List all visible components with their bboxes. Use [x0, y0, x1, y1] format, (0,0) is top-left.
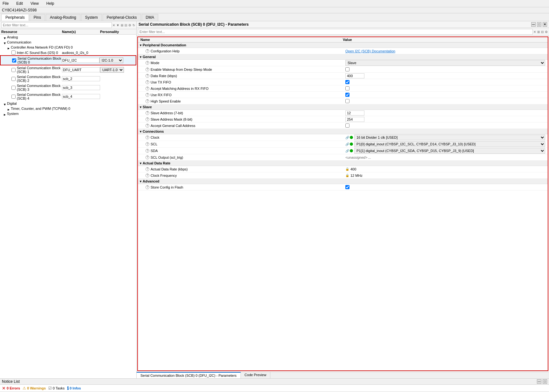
sda-link-icon[interactable]: 🔗 [345, 149, 349, 153]
store-config-help-icon[interactable]: ? [146, 185, 149, 189]
right-filter-settings-icon[interactable]: ⚙ [545, 30, 548, 34]
scl-link-icon[interactable]: 🔗 [345, 143, 349, 146]
rx-fifo-help-icon[interactable]: ? [146, 93, 149, 97]
item-scb4[interactable]: Serial Communication Block (SCB) 4 scb_4 [0, 92, 136, 101]
slave-addr-7-input[interactable] [345, 110, 364, 116]
scb0-checkbox[interactable] [12, 58, 16, 63]
item-i2s[interactable]: Inter-IC Sound Bus (I2S) 0 audioss_0_i2s… [0, 50, 136, 55]
slave-addr-mask-help-icon[interactable]: ? [146, 117, 149, 121]
clock-select[interactable]: 16 bit Divider 1 clk [USED] [354, 135, 545, 140]
digital-toggle-icon[interactable] [4, 102, 6, 105]
high-speed-help-icon[interactable]: ? [146, 99, 149, 103]
rx-fifo-checkbox[interactable] [345, 93, 349, 97]
mode-select[interactable]: Slave Master [345, 60, 545, 66]
tab-analog-routing[interactable]: Analog-Routing [46, 14, 80, 21]
scb1-checkbox[interactable] [11, 68, 16, 72]
item-scb1[interactable]: Serial Communication Block (SCB) 1 DFU_U… [0, 65, 136, 74]
accept-matching-help-icon[interactable]: ? [146, 87, 149, 90]
right-filter-collapse-icon[interactable]: ⊟ [541, 30, 544, 34]
item-scb2[interactable]: Serial Communication Block (SCB) 2 scb_2 [0, 74, 136, 83]
group-communication[interactable]: Communication [0, 40, 136, 45]
store-config-checkbox[interactable] [345, 185, 349, 189]
scb1-personality-select[interactable]: UART-1.0 [100, 67, 124, 73]
scb2-checkbox[interactable] [11, 77, 16, 81]
right-filter-clear-icon[interactable]: ✕ [533, 30, 536, 34]
section-peripheral-docs[interactable]: ▾ Peripheral Documentation [138, 43, 548, 48]
right-filter-expand-icon[interactable]: ⊞ [537, 30, 540, 34]
sda-help-icon[interactable]: ? [146, 149, 149, 153]
analog-toggle-icon[interactable] [4, 36, 6, 38]
bottom-tab-code-preview[interactable]: Code Preview [241, 372, 270, 378]
system-toggle-icon[interactable] [4, 112, 6, 115]
menu-view[interactable]: View [29, 1, 40, 6]
mode-help-icon[interactable]: ? [146, 61, 149, 65]
tcpwm-toggle-icon[interactable] [8, 107, 10, 110]
menu-edit[interactable]: Edit [15, 1, 24, 6]
canfd-toggle-icon[interactable] [8, 46, 10, 49]
actual-data-rate-help-icon[interactable]: ? [146, 167, 149, 171]
data-rate-input[interactable] [345, 73, 364, 78]
tab-peripherals[interactable]: Peripherals [1, 14, 29, 21]
i2s-checkbox[interactable] [11, 50, 16, 55]
right-filter-input[interactable] [138, 29, 533, 35]
clock-help-icon[interactable]: ? [146, 136, 149, 139]
menu-help[interactable]: Help [45, 1, 56, 6]
minimize-icon[interactable]: — [531, 22, 536, 27]
config-help-help-icon[interactable]: ? [146, 49, 149, 53]
tab-pins[interactable]: Pins [30, 14, 45, 21]
notice-maximize-icon[interactable]: □ [543, 379, 547, 384]
wakeup-checkbox[interactable] [345, 67, 349, 71]
scl-output-ellipsis[interactable]: ... [368, 156, 371, 159]
item-scb0[interactable]: Serial Communication Block (SCB) 0 DFU_I… [0, 55, 136, 65]
scb3-checkbox[interactable] [11, 86, 16, 90]
group-digital[interactable]: Digital [0, 101, 136, 106]
clock-link-icon[interactable]: 🔗 [345, 136, 349, 139]
collapse-all-icon[interactable]: ⊟ [125, 23, 127, 27]
group-canfd[interactable]: Controller Area Network FD (CAN FD) 0 [0, 45, 136, 50]
tx-fifo-help-icon[interactable]: ? [146, 80, 149, 84]
data-rate-help-icon[interactable]: ? [146, 74, 149, 78]
bottom-tab-params[interactable]: Serial Communication Block (SCB) 0 (DFU_… [137, 372, 241, 378]
left-filter-input[interactable] [1, 22, 112, 28]
clock-freq-help-icon[interactable]: ? [146, 174, 149, 177]
section-connections[interactable]: ▾ Connections [138, 129, 548, 134]
tab-system[interactable]: System [81, 14, 102, 21]
high-speed-checkbox[interactable] [345, 99, 349, 103]
wakeup-help-icon[interactable]: ? [146, 68, 149, 71]
group-system[interactable]: System [0, 111, 136, 116]
section-general[interactable]: ▾ General [138, 54, 548, 60]
communication-toggle-icon[interactable] [4, 41, 6, 43]
scb0-personality-select[interactable]: I2C-1.0 SPI-1.0 UART-1.0 [99, 57, 123, 63]
group-tcpwm[interactable]: Timer, Counter, and PWM (TCPWM) 0 [0, 106, 136, 111]
info-icon: ℹ [67, 386, 69, 391]
section-advanced[interactable]: ▾ Advanced [138, 179, 548, 184]
filter-options-icon[interactable]: ▼ [116, 23, 119, 27]
section-actual-data-rate[interactable]: ▾ Actual Data Rate [138, 161, 548, 166]
scl-help-icon[interactable]: ? [146, 142, 149, 146]
general-call-help-icon[interactable]: ? [146, 124, 149, 128]
notice-minimize-icon[interactable]: — [537, 379, 541, 384]
general-call-checkbox[interactable] [345, 123, 349, 128]
settings-icon[interactable]: ⚙ [128, 23, 131, 27]
menu-file[interactable]: File [1, 1, 10, 6]
accept-matching-checkbox[interactable] [345, 86, 349, 90]
filter-clear-icon[interactable]: ✕ [112, 23, 115, 27]
scl-select[interactable]: P1[0] digital_inout (CYBSP_I2C_SCL, CYBS… [354, 141, 545, 147]
refresh-icon[interactable]: ↻ [132, 23, 135, 27]
close-icon[interactable]: ✕ [543, 22, 547, 27]
slave-addr-mask-input[interactable] [345, 117, 364, 122]
scb4-checkbox[interactable] [11, 95, 16, 99]
slave-addr-7-help-icon[interactable]: ? [146, 111, 149, 115]
param-enable-wakeup: ? Enable Wakeup from Deep Sleep Mode [138, 66, 548, 73]
tab-dma[interactable]: DMA [142, 14, 159, 21]
expand-all-icon[interactable]: ⊞ [121, 23, 123, 27]
sda-select[interactable]: P1[1] digital_inout (CYBSP_I2C_SDA, CYBS… [354, 148, 545, 154]
scl-output-help-icon[interactable]: ? [146, 156, 149, 159]
open-i2c-docs-link[interactable]: Open I2C (SCB) Documentation [345, 49, 395, 53]
maximize-icon[interactable]: □ [537, 22, 541, 27]
tab-peripheral-clocks[interactable]: Peripheral-Clocks [103, 14, 141, 21]
tx-fifo-checkbox[interactable] [345, 80, 349, 84]
item-scb3[interactable]: Serial Communication Block (SCB) 3 scb_3 [0, 83, 136, 92]
group-analog[interactable]: Analog [0, 35, 136, 40]
section-slave[interactable]: ▾ Slave [138, 104, 548, 110]
